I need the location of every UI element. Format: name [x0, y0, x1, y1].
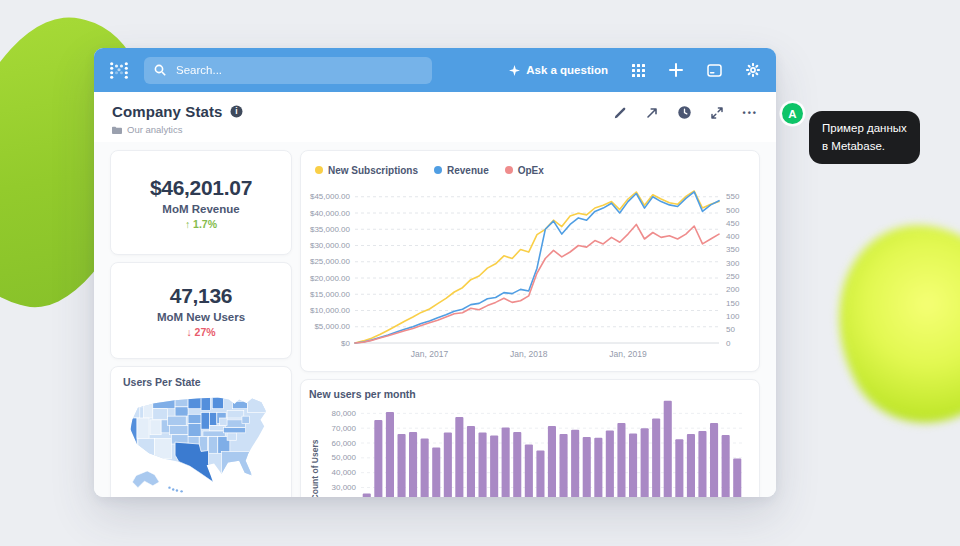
metabase-logo-icon[interactable] — [110, 62, 128, 79]
sparkle-plus-icon — [509, 65, 520, 76]
svg-text:30,000: 30,000 — [332, 483, 357, 492]
map-card-title: Users Per State — [123, 376, 279, 388]
legend-dot-icon — [505, 166, 513, 174]
top-navbar: Ask a question — [94, 48, 776, 92]
svg-text:50,000: 50,000 — [332, 453, 357, 462]
desktop-background: Ask a question — [0, 0, 960, 546]
svg-text:Jan, 2018: Jan, 2018 — [510, 349, 548, 359]
decorative-blob-right — [801, 193, 960, 452]
revenue-label: MoM Revenue — [162, 203, 239, 215]
svg-text:500: 500 — [726, 206, 740, 215]
card-trend-line-chart[interactable]: New Subscriptions Revenue OpEx $0$5,000.… — [300, 150, 760, 372]
legend-item-opex[interactable]: OpEx — [505, 165, 544, 176]
browse-data-grid-icon[interactable] — [632, 64, 645, 77]
sql-editor-icon[interactable] — [707, 64, 722, 77]
card-users-per-state[interactable]: Users Per State — [110, 366, 292, 497]
edit-pencil-icon[interactable] — [614, 107, 626, 119]
more-ellipsis-icon[interactable]: ••• — [743, 108, 758, 118]
svg-text:450: 450 — [726, 219, 740, 228]
svg-text:Count of Users: Count of Users — [310, 439, 320, 497]
svg-text:0: 0 — [726, 339, 731, 348]
svg-text:$40,000.00: $40,000.00 — [310, 209, 351, 218]
ask-question-button[interactable]: Ask a question — [509, 64, 608, 76]
svg-text:$0: $0 — [341, 339, 350, 348]
card-mom-revenue[interactable]: $46,201.07 MoM Revenue ↑ 1.7% — [110, 150, 292, 255]
users-label: MoM New Users — [157, 311, 245, 323]
svg-text:60,000: 60,000 — [332, 439, 357, 448]
settings-gear-icon[interactable] — [746, 63, 760, 77]
svg-text:40,000: 40,000 — [332, 468, 357, 477]
card-new-users-per-month[interactable]: New users per month 20,00030,00040,00050… — [300, 379, 760, 497]
svg-text:200: 200 — [726, 285, 740, 294]
page-title: Company Stats — [112, 103, 223, 120]
dashboard-header: Company Stats i Our analytics — [94, 92, 776, 142]
bar-card-title: New users per month — [309, 388, 751, 400]
annotation-tooltip: Пример данных в Metabase. — [809, 111, 920, 164]
breadcrumb[interactable]: Our analytics — [112, 124, 243, 135]
line-chart: $0$5,000.00$10,000.00$15,000.00$20,000.0… — [305, 181, 751, 361]
revenue-delta: ↑ 1.7% — [185, 218, 217, 230]
navbar-actions: Ask a question — [509, 63, 760, 77]
share-arrow-icon[interactable] — [646, 107, 658, 119]
new-item-plus-icon[interactable] — [669, 63, 683, 77]
chart-legend: New Subscriptions Revenue OpEx — [305, 159, 757, 181]
svg-text:250: 250 — [726, 272, 740, 281]
svg-text:Jan, 2019: Jan, 2019 — [609, 349, 647, 359]
dashboard-actions: ••• — [614, 103, 758, 119]
fullscreen-icon[interactable] — [711, 107, 723, 119]
svg-text:$10,000.00: $10,000.00 — [310, 306, 351, 315]
search-icon — [154, 64, 166, 76]
collection-icon — [112, 126, 122, 134]
svg-text:550: 550 — [726, 192, 740, 201]
svg-text:$15,000.00: $15,000.00 — [310, 290, 351, 299]
svg-text:350: 350 — [726, 245, 740, 254]
users-delta: ↓ 27% — [186, 326, 215, 338]
tooltip-line-1: Пример данных — [822, 119, 907, 137]
metabase-window: Ask a question — [94, 48, 776, 497]
svg-text:$20,000.00: $20,000.00 — [310, 274, 351, 283]
search-input[interactable] — [144, 57, 432, 84]
svg-text:i: i — [235, 106, 237, 116]
svg-text:80,000: 80,000 — [332, 409, 357, 418]
legend-dot-icon — [434, 166, 442, 174]
clock-icon[interactable] — [678, 106, 691, 119]
svg-text:$25,000.00: $25,000.00 — [310, 257, 351, 266]
svg-text:70,000: 70,000 — [332, 424, 357, 433]
users-value: 47,136 — [170, 284, 232, 308]
svg-text:300: 300 — [726, 259, 740, 268]
arrow-up-icon: ↑ — [185, 218, 190, 230]
dashboard-grid: $46,201.07 MoM Revenue ↑ 1.7% 47,136 MoM… — [94, 142, 776, 497]
bar-chart: 20,00030,00040,00050,00060,00070,00080,0… — [309, 400, 745, 497]
legend-dot-icon — [315, 166, 323, 174]
info-icon[interactable]: i — [230, 105, 243, 118]
revenue-value: $46,201.07 — [150, 176, 252, 200]
svg-text:100: 100 — [726, 312, 740, 321]
legend-item-revenue[interactable]: Revenue — [434, 165, 489, 176]
svg-text:150: 150 — [726, 299, 740, 308]
card-mom-new-users[interactable]: 47,136 MoM New Users ↓ 27% — [110, 262, 292, 359]
svg-text:$5,000.00: $5,000.00 — [314, 322, 350, 331]
svg-text:Jan, 2017: Jan, 2017 — [411, 349, 449, 359]
annotation-badge[interactable]: A — [782, 103, 803, 124]
svg-text:50: 50 — [726, 325, 735, 334]
svg-text:$30,000.00: $30,000.00 — [310, 241, 351, 250]
legend-item-new-subscriptions[interactable]: New Subscriptions — [315, 165, 418, 176]
arrow-down-icon: ↓ — [186, 326, 191, 338]
svg-text:$35,000.00: $35,000.00 — [310, 225, 351, 234]
tooltip-line-2: в Metabase. — [822, 137, 907, 155]
us-choropleth-map — [123, 392, 281, 496]
svg-text:$45,000.00: $45,000.00 — [310, 192, 351, 201]
svg-text:400: 400 — [726, 232, 740, 241]
